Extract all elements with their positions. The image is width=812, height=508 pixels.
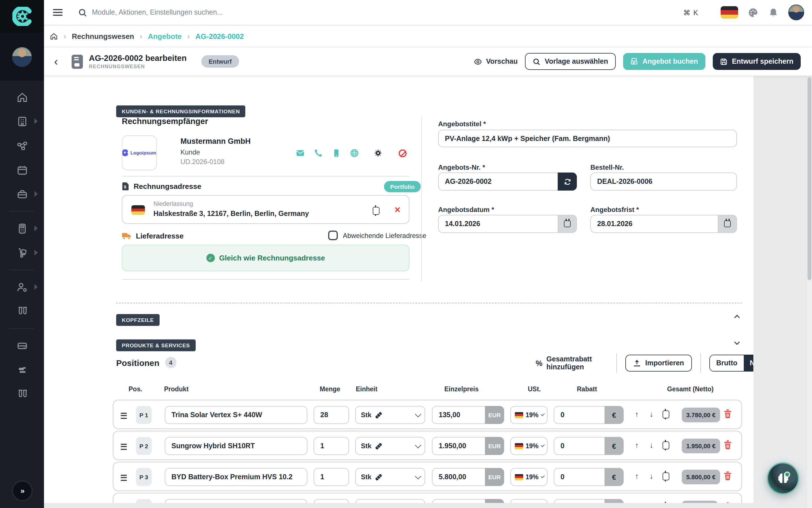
discount-unit-toggle[interactable]: € <box>604 468 624 486</box>
drag-handle-icon[interactable] <box>121 473 127 482</box>
move-down-button[interactable]: ↓ <box>650 441 653 449</box>
home-icon[interactable] <box>50 32 58 40</box>
move-up-button[interactable]: ↑ <box>635 472 639 480</box>
unit-price-input[interactable] <box>432 499 485 503</box>
unit-price-input[interactable] <box>432 468 485 486</box>
vat-select[interactable] <box>510 499 548 503</box>
sidebar-item-company[interactable] <box>0 113 44 130</box>
quote-date-input[interactable] <box>438 215 558 233</box>
sidebar-item-network[interactable] <box>0 137 44 154</box>
move-down-button[interactable]: ↓ <box>650 410 653 418</box>
product-input[interactable] <box>165 437 307 455</box>
vat-select[interactable]: 19% <box>510 437 548 455</box>
back-button[interactable]: ‹ <box>54 56 58 67</box>
discount-input[interactable] <box>554 437 604 455</box>
quantity-input[interactable] <box>313 468 349 486</box>
billing-address-card[interactable]: Niederlassung Halskestraße 3, 12167, Ber… <box>122 195 410 224</box>
sidebar-item-lab[interactable] <box>0 303 44 320</box>
globe-icon[interactable] <box>350 149 359 157</box>
sidebar-item-projects[interactable] <box>0 185 44 202</box>
date-picker-button[interactable] <box>718 215 737 233</box>
duplicate-row-button[interactable] <box>665 502 666 503</box>
add-total-discount-button[interactable]: % Gesamtrabatt hinzufügen <box>536 355 608 371</box>
discount-input[interactable] <box>554 468 604 486</box>
sidebar-expand-button[interactable]: » <box>12 480 33 501</box>
sidebar-item-logistics[interactable] <box>0 244 44 261</box>
toggle-netto[interactable]: Netto <box>743 355 753 371</box>
vat-select[interactable]: 19% <box>510 468 548 486</box>
book-quote-button[interactable]: Angebot buchen <box>624 53 706 70</box>
product-input[interactable] <box>165 499 307 503</box>
vat-select[interactable]: 19% <box>510 406 548 424</box>
quote-title-input[interactable] <box>438 130 737 147</box>
language-flag-de[interactable] <box>721 6 738 18</box>
date-picker-button[interactable] <box>558 215 577 233</box>
quote-number-input[interactable] <box>438 173 558 190</box>
block-icon[interactable] <box>399 149 407 157</box>
sidebar-item-layers[interactable] <box>0 362 44 378</box>
duplicate-row-button[interactable] <box>665 440 666 451</box>
toggle-brutto[interactable]: Brutto <box>710 355 743 371</box>
unit-select[interactable]: Stk <box>355 437 425 455</box>
global-search[interactable] <box>78 8 278 17</box>
copy-address-icon[interactable] <box>375 205 376 216</box>
notifications-bell-icon[interactable] <box>768 7 779 18</box>
sidebar-item-hr[interactable] <box>0 279 44 295</box>
scrollbar-thumb[interactable] <box>808 77 811 280</box>
mobile-icon[interactable] <box>332 149 341 157</box>
sidebar-item-lab2[interactable] <box>0 386 44 403</box>
quote-due-input[interactable] <box>590 215 718 233</box>
sidebar-item-accounting[interactable] <box>0 220 44 237</box>
move-down-button[interactable]: ↓ <box>650 472 653 480</box>
quantity-input[interactable] <box>313 437 349 455</box>
quantity-input[interactable] <box>313 499 349 503</box>
drag-handle-icon[interactable] <box>121 442 127 451</box>
quantity-input[interactable] <box>313 406 349 424</box>
regenerate-number-button[interactable] <box>558 173 577 190</box>
save-draft-button[interactable]: Entwurf speichern <box>713 53 801 70</box>
ai-assistant-button[interactable] <box>767 462 799 495</box>
discount-input[interactable] <box>554 406 604 424</box>
search-input[interactable] <box>92 8 278 16</box>
product-input[interactable] <box>165 468 307 486</box>
discount-unit-toggle[interactable]: € <box>604 406 624 424</box>
preview-button[interactable]: Vorschau <box>474 57 518 66</box>
select-template-button[interactable]: Vorlage auswählen <box>525 53 616 70</box>
unit-select[interactable]: Stk <box>355 406 425 424</box>
order-number-input[interactable] <box>590 173 737 190</box>
unit-select[interactable]: Stk <box>355 468 425 486</box>
discount-unit-toggle[interactable]: € <box>604 499 624 503</box>
breadcrumb-item-current[interactable]: AG-2026-0002 <box>196 32 244 40</box>
settings-gear-icon[interactable] <box>374 149 382 157</box>
move-up-button[interactable]: ↑ <box>635 410 639 418</box>
move-up-button[interactable]: ↑ <box>635 441 639 449</box>
delete-row-button[interactable] <box>723 440 732 452</box>
unit-price-input[interactable] <box>432 437 485 455</box>
unit-price-input[interactable] <box>432 406 485 424</box>
delete-row-button[interactable] <box>723 471 732 482</box>
email-icon[interactable] <box>296 149 304 157</box>
collapse-section-button[interactable] <box>733 313 741 323</box>
duplicate-row-button[interactable] <box>665 471 666 481</box>
sidebar-item-home[interactable] <box>0 88 44 105</box>
theme-palette-icon[interactable] <box>748 7 759 18</box>
discount-input[interactable] <box>554 499 604 503</box>
user-avatar[interactable] <box>788 4 804 20</box>
sidebar-item-server[interactable] <box>0 337 44 354</box>
remove-address-icon[interactable]: ✕ <box>394 205 401 214</box>
sidebar-item-calendar[interactable] <box>0 161 44 178</box>
unit-select[interactable] <box>355 499 425 503</box>
different-shipping-checkbox[interactable] <box>328 230 338 240</box>
product-input[interactable] <box>165 406 307 424</box>
breadcrumb-item-angebote[interactable]: Angebote <box>148 32 181 40</box>
phone-icon[interactable] <box>314 149 323 157</box>
breadcrumb-item-rechnungswesen[interactable]: Rechnungswesen <box>72 32 134 40</box>
delete-row-button[interactable] <box>723 409 732 421</box>
import-button[interactable]: Importieren <box>626 355 692 372</box>
app-logo[interactable] <box>0 0 44 33</box>
menu-toggle-icon[interactable] <box>53 7 62 17</box>
discount-unit-toggle[interactable]: € <box>604 437 624 455</box>
drag-handle-icon[interactable] <box>121 411 127 420</box>
duplicate-row-button[interactable] <box>665 409 666 420</box>
expand-section-button[interactable] <box>733 339 741 348</box>
